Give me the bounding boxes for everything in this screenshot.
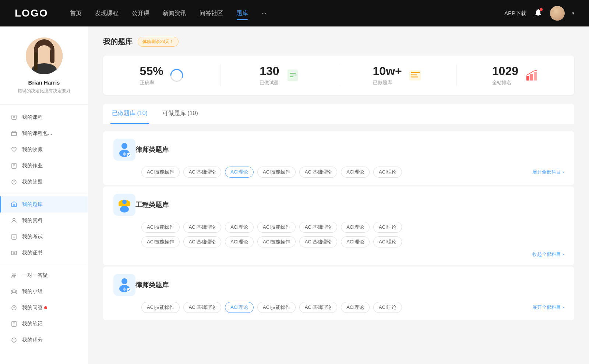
sidebar-item-profile[interactable]: 我的资料: [0, 213, 88, 229]
svg-point-28: [13, 252, 15, 254]
bank-tag[interactable]: ACI技能操作: [141, 302, 180, 313]
homework-icon: [10, 162, 18, 169]
sidebar-item-notes[interactable]: 我的笔记: [0, 316, 88, 332]
questions-icon: ?: [10, 304, 18, 311]
bank-tag[interactable]: ACI理论: [373, 302, 402, 313]
sidebar-label-one-on-one: 一对一答疑: [22, 272, 48, 279]
sidebar-label-points: 我的积分: [22, 337, 43, 343]
nav-link-more[interactable]: ···: [261, 10, 266, 17]
bank-tag[interactable]: ACI基础理论: [299, 236, 338, 247]
stat-questions: 130 已做试题: [221, 64, 339, 86]
bank-tag[interactable]: ACI技能操作: [257, 236, 296, 247]
bank-tag[interactable]: ACI技能操作: [141, 236, 180, 247]
bank-tag[interactable]: ACI技能操作: [257, 222, 296, 233]
nav-link-bank[interactable]: 题库: [236, 10, 248, 17]
tab-available[interactable]: 可做题库 (10): [161, 104, 200, 124]
bank-tag[interactable]: ACI基础理论: [183, 222, 222, 233]
bank-tag[interactable]: ACI理论: [373, 222, 402, 233]
bank-tags-row1: ACI技能操作 ACI基础理论 ACI理论 ACI技能操作 ACI基础理论 AC…: [141, 222, 564, 233]
bank-tag[interactable]: ACI理论: [225, 236, 254, 247]
avatar-illustration: [26, 38, 63, 74]
sidebar-item-group[interactable]: 我的小组: [0, 283, 88, 300]
bank-tag[interactable]: ACI基础理论: [183, 236, 222, 247]
sidebar-item-bank[interactable]: 我的题库: [0, 196, 88, 213]
nav-link-open[interactable]: 公开课: [132, 10, 149, 17]
app-download-button[interactable]: APP下载: [504, 10, 526, 17]
bank-tag[interactable]: ACI技能操作: [141, 222, 180, 233]
stats-row: 55% 正确率 130 已做试题: [103, 56, 574, 95]
bank-tag[interactable]: ACI理论: [341, 167, 370, 178]
sidebar-item-points[interactable]: 我的积分: [0, 332, 88, 348]
sidebar-divider-1: [0, 104, 88, 105]
sidebar-divider-3: [0, 264, 88, 264]
nav-link-news[interactable]: 新闻资讯: [163, 10, 186, 17]
bank-tag[interactable]: ACI技能操作: [141, 167, 180, 178]
sidebar-item-course-package[interactable]: 我的课程包...: [0, 125, 88, 142]
bank-tag-highlighted[interactable]: ACI理论: [225, 167, 254, 178]
sidebar-label-questions: 我的问答: [22, 304, 43, 311]
user-avatar[interactable]: [550, 6, 565, 21]
sidebar: Brian Harris 错误的决定比没有决定要好 我的课程 我的课程包...: [0, 26, 88, 364]
sidebar-label-homework: 我的作业: [22, 163, 43, 169]
sidebar-item-questions[interactable]: ? 我的问答: [0, 300, 88, 316]
sidebar-item-homework[interactable]: 我的作业: [0, 158, 88, 174]
bank-footer: 收起全部科目 ›: [141, 251, 564, 258]
stat-accuracy-icon: [169, 68, 184, 83]
bank-tag[interactable]: ACI理论: [225, 222, 254, 233]
sidebar-item-qa-mine[interactable]: ? 我的答疑: [0, 174, 88, 190]
questions-badge: [44, 306, 47, 309]
bank-tag[interactable]: ACI基础理论: [183, 167, 222, 178]
sidebar-item-my-course[interactable]: 我的课程: [0, 109, 88, 125]
bank-tag[interactable]: ACI基础理论: [299, 222, 338, 233]
svg-rect-54: [534, 72, 537, 81]
bank-tag[interactable]: ACI理论: [341, 302, 370, 313]
bank-tag-highlighted[interactable]: ACI理论: [225, 302, 254, 313]
svg-point-31: [13, 289, 15, 291]
top-navigation: LOGO 首页 发现课程 公开课 新闻资讯 问答社区 题库 ··· APP下载 …: [0, 0, 589, 26]
stat-rank-text: 1029 全站排名: [492, 64, 518, 86]
profile-motto: 错误的决定比没有决定要好: [18, 88, 71, 94]
svg-point-30: [14, 274, 16, 276]
svg-point-3: [36, 45, 52, 63]
profile-icon: [10, 217, 18, 224]
profile-avatar: [26, 38, 63, 74]
engineer-icon: [113, 194, 135, 216]
sidebar-label-group: 我的小组: [22, 288, 43, 295]
profile-name: Brian Harris: [28, 79, 60, 86]
sidebar-label-course: 我的课程: [22, 114, 43, 121]
nav-link-discover[interactable]: 发现课程: [95, 10, 119, 17]
user-dropdown-icon[interactable]: ▾: [572, 11, 574, 16]
stat-questions-text: 130 已做试题: [260, 64, 279, 86]
bank-expand-button-2[interactable]: 展开全部科目 ›: [532, 304, 564, 311]
stat-rank-value: 1029: [492, 64, 518, 78]
sidebar-label-qa: 我的答疑: [22, 179, 43, 185]
bank-tag[interactable]: ACI理论: [341, 236, 370, 247]
bank-header-engineer: 工程类题库: [113, 194, 564, 216]
sidebar-item-one-on-one[interactable]: 一对一答疑: [0, 267, 88, 283]
svg-rect-52: [526, 76, 529, 81]
sidebar-label-notes: 我的笔记: [22, 321, 43, 327]
favorites-icon: [10, 146, 18, 153]
bank-collapse-button[interactable]: 收起全部科目 ›: [532, 251, 564, 258]
nav-link-qa[interactable]: 问答社区: [200, 10, 223, 17]
sidebar-item-favorites[interactable]: 我的收藏: [0, 142, 88, 158]
svg-point-32: [11, 290, 13, 292]
stat-accuracy: 55% 正确率: [103, 64, 221, 86]
bank-tag[interactable]: ACI基础理论: [299, 167, 338, 178]
bank-tag[interactable]: ACI技能操作: [257, 302, 296, 313]
sidebar-item-exam[interactable]: 我的考试: [0, 229, 88, 245]
bank-expand-button[interactable]: 展开全部科目 ›: [532, 169, 564, 175]
bank-tag[interactable]: ACI基础理论: [183, 302, 222, 313]
notification-bell[interactable]: [534, 8, 543, 18]
tab-done[interactable]: 已做题库 (10): [110, 104, 149, 124]
bank-tag[interactable]: ACI理论: [373, 236, 402, 247]
profile-section: Brian Harris 错误的决定比没有决定要好: [0, 26, 88, 101]
svg-rect-8: [12, 115, 16, 119]
nav-link-home[interactable]: 首页: [70, 10, 82, 17]
bank-tag[interactable]: ACI基础理论: [299, 302, 338, 313]
sidebar-item-certificate[interactable]: 我的证书: [0, 245, 88, 261]
bank-tag[interactable]: ACI理论: [373, 167, 402, 178]
bank-tag[interactable]: ACI技能操作: [257, 167, 296, 178]
svg-point-61: [122, 200, 127, 204]
bank-tag[interactable]: ACI理论: [341, 222, 370, 233]
